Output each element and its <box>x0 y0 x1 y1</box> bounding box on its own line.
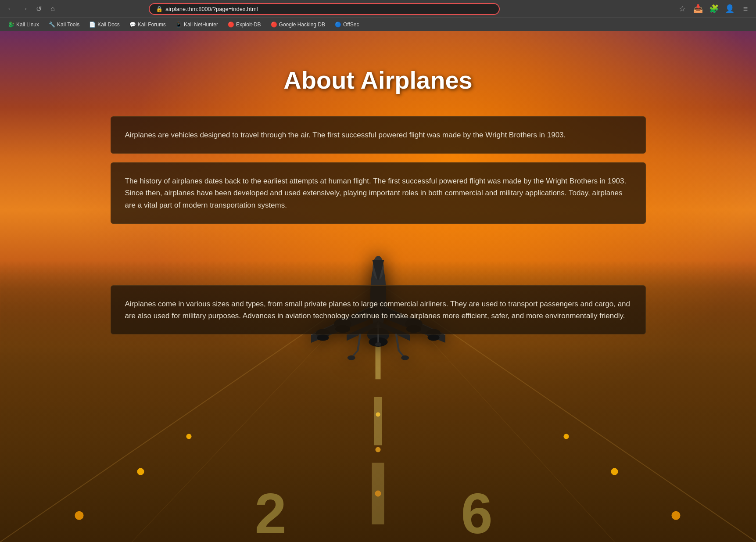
svg-point-31 <box>427 334 439 341</box>
address-bar-container: 🔒 <box>149 3 500 15</box>
bookmark-label: Kali Docs <box>97 22 120 28</box>
svg-point-17 <box>375 491 381 497</box>
reload-button[interactable]: ↺ <box>32 3 45 15</box>
bookmark-kali-tools[interactable]: 🔧 Kali Tools <box>45 21 83 29</box>
page-title: About Airplanes <box>9 66 747 94</box>
svg-text:2: 2 <box>254 481 286 542</box>
kali-docs-icon: 📄 <box>89 22 96 28</box>
content-box-2: The history of airplanes dates back to t… <box>111 162 646 224</box>
browser-chrome: ← → ↺ ⌂ 🔒 ☆ 📥 🧩 👤 ≡ 🐉 Kali Linux 🔧 Kali … <box>0 0 756 31</box>
bookmark-exploit-db[interactable]: 🔴 Exploit-DB <box>224 21 265 29</box>
bookmark-label: Google Hacking DB <box>279 22 325 28</box>
pocket-button[interactable]: 📥 <box>692 3 704 15</box>
kali-forums-icon: 💬 <box>129 22 136 28</box>
bookmark-label: Kali NetHunter <box>184 22 218 28</box>
svg-point-27 <box>317 334 329 341</box>
menu-button[interactable]: ≡ <box>739 3 752 15</box>
kali-nethunter-icon: 📱 <box>176 22 182 28</box>
offsec-icon: 🔵 <box>335 22 341 28</box>
bookmark-kali-docs[interactable]: 📄 Kali Docs <box>86 21 123 29</box>
bookmark-label: Kali Forums <box>138 22 166 28</box>
svg-point-10 <box>137 468 144 475</box>
profile-button[interactable]: 👤 <box>724 3 736 15</box>
bookmark-label: Kali Tools <box>57 22 79 28</box>
svg-line-36 <box>398 351 404 357</box>
paragraph-2: The history of airplanes dates back to t… <box>125 175 631 211</box>
back-button[interactable]: ← <box>4 3 17 15</box>
page-content: 2 6 <box>0 31 756 542</box>
content-box-3: Airplanes come in various sizes and type… <box>111 285 646 334</box>
forward-button[interactable]: → <box>18 3 31 15</box>
extensions-button[interactable]: 🧩 <box>708 3 720 15</box>
svg-point-37 <box>401 355 409 360</box>
content-area: Airplanes are vehicles designed to trave… <box>102 116 655 334</box>
page-inner: About Airplanes Airplanes are vehicles d… <box>0 31 756 334</box>
svg-point-34 <box>347 355 355 360</box>
kali-tools-icon: 🔧 <box>49 22 55 28</box>
bookmark-label: OffSec <box>343 22 359 28</box>
home-button[interactable]: ⌂ <box>47 3 59 15</box>
bookmarks-bar: 🐉 Kali Linux 🔧 Kali Tools 📄 Kali Docs 💬 … <box>0 18 756 31</box>
paragraph-3: Airplanes come in various sizes and type… <box>125 298 631 322</box>
url-input[interactable] <box>165 6 493 12</box>
svg-point-14 <box>671 511 680 520</box>
svg-point-39 <box>375 342 381 346</box>
exploit-db-icon: 🔴 <box>228 22 234 28</box>
content-box-1: Airplanes are vehicles designed to trave… <box>111 116 646 154</box>
google-hacking-icon: 🔴 <box>271 22 277 28</box>
bookmark-kali-nethunter[interactable]: 📱 Kali NetHunter <box>172 21 222 29</box>
page-header: About Airplanes <box>0 31 756 116</box>
svg-line-35 <box>396 333 398 351</box>
svg-line-33 <box>352 351 358 357</box>
svg-line-32 <box>358 333 360 351</box>
svg-point-12 <box>563 434 569 439</box>
bookmark-kali-forums[interactable]: 💬 Kali Forums <box>126 21 169 29</box>
browser-toolbar: ← → ↺ ⌂ 🔒 ☆ 📥 🧩 👤 ≡ <box>0 0 756 18</box>
svg-point-13 <box>611 468 618 475</box>
address-bar[interactable]: 🔒 <box>149 3 500 15</box>
svg-point-11 <box>75 511 83 520</box>
bookmark-star-button[interactable]: ☆ <box>676 3 688 15</box>
paragraph-1: Airplanes are vehicles designed to trave… <box>125 129 631 141</box>
kali-linux-icon: 🐉 <box>8 22 14 28</box>
bookmark-label: Kali Linux <box>16 22 39 28</box>
bookmark-kali-linux[interactable]: 🐉 Kali Linux <box>4 21 43 29</box>
nav-buttons: ← → ↺ ⌂ <box>4 3 59 15</box>
svg-point-16 <box>375 447 380 452</box>
svg-point-15 <box>376 413 380 417</box>
toolbar-right: ☆ 📥 🧩 👤 ≡ <box>676 3 752 15</box>
svg-point-9 <box>186 434 191 439</box>
bookmark-google-hacking-db[interactable]: 🔴 Google Hacking DB <box>267 21 329 29</box>
security-icon: 🔒 <box>156 6 163 12</box>
svg-text:6: 6 <box>461 481 492 542</box>
bookmark-label: Exploit-DB <box>236 22 261 28</box>
bookmark-offsec[interactable]: 🔵 OffSec <box>331 21 362 29</box>
